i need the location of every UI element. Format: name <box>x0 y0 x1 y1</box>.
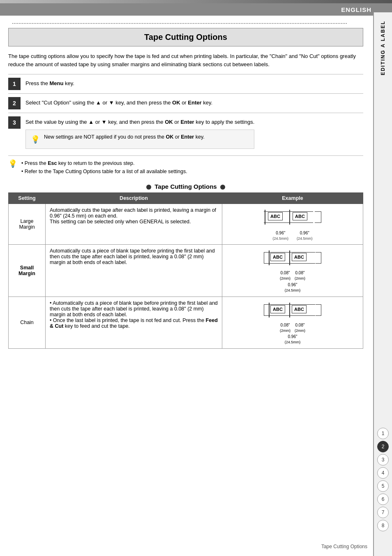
top-bar: ENGLISH <box>0 3 392 16</box>
step-1: 1 Press the Menu key. <box>8 74 363 93</box>
sidebar-num-4[interactable]: 4 <box>377 467 389 479</box>
desc-chain: • Automatically cuts a piece of blank ta… <box>46 297 222 348</box>
page-footer: Tape Cutting Options <box>321 544 367 549</box>
sidebar-num-2[interactable]: 2 <box>377 441 389 452</box>
tip-text: • Press the Esc key to return to the pre… <box>21 159 187 176</box>
tip-icon: 💡 <box>8 159 17 168</box>
main-content: Tape Cutting Options The tape cutting op… <box>0 23 371 357</box>
sidebar-num-3[interactable]: 3 <box>377 454 389 466</box>
page-title-box: Tape Cutting Options <box>8 28 363 46</box>
step-3-num: 3 <box>8 116 21 129</box>
th-description: Description <box>46 192 222 204</box>
diagram-small-margin: ABC ABC 0.08"(2mm) 0.08"(2mm) <box>226 248 359 293</box>
step-2-num: 2 <box>8 97 21 109</box>
dim-labels-large: 0.96"(24.5mm) 0.96"(24.5mm) <box>272 230 312 241</box>
sidebar-num-7[interactable]: 7 <box>377 507 389 518</box>
sidebar-num-6[interactable]: 6 <box>377 493 389 505</box>
setting-small-margin: SmallMargin <box>9 245 46 297</box>
sidebar-numbers: 1 2 3 4 5 6 7 8 <box>377 428 389 531</box>
th-example: Example <box>222 192 363 204</box>
step-2: 2 Select "Cut Option" using the ▲ or ▼ k… <box>8 93 363 113</box>
page-title: Tape Cutting Options <box>17 32 355 42</box>
desc-large-margin: Automatically cuts the tape after each l… <box>46 204 222 245</box>
sidebar-label: EDITING A LABEL <box>380 21 386 75</box>
step-1-text: Press the Menu key. <box>25 78 74 88</box>
step-2-text: Select "Cut Option" using the ▲ or ▼ key… <box>25 97 212 107</box>
setting-chain: Chain <box>9 297 46 348</box>
section-title: Tape Cutting Options <box>8 183 363 190</box>
example-large-margin: ABC ABC 0.96"(24.5mm) 0.96" <box>222 204 363 245</box>
sidebar-num-5[interactable]: 5 <box>377 480 389 492</box>
footer-text: Tape Cutting Options <box>321 544 367 549</box>
sidebar-num-1[interactable]: 1 <box>377 428 389 439</box>
intro-text: The tape cutting options allow you to sp… <box>8 52 363 68</box>
bullet-left <box>146 185 151 190</box>
tip-box: 💡 • Press the Esc key to return to the p… <box>8 155 363 179</box>
top-gradient <box>0 0 392 3</box>
step-1-num: 1 <box>8 78 21 90</box>
diagram-chain: ABC ABC 0.08"(2mm) 0.08"(2mm) <box>226 300 359 345</box>
language-label: ENGLISH <box>341 6 371 13</box>
note-box: 💡 New settings are NOT applied if you do… <box>25 130 254 149</box>
th-setting: Setting <box>9 192 46 204</box>
dot-separator <box>12 23 347 24</box>
diagram-large-margin: ABC ABC 0.96"(24.5mm) 0.96" <box>226 207 359 241</box>
table-row-small-margin: SmallMargin Automatically cuts a piece o… <box>9 245 363 297</box>
table-row-chain: Chain • Automatically cuts a piece of bl… <box>9 297 363 348</box>
note-text: New settings are NOT applied if you do n… <box>44 133 205 141</box>
note-icon: 💡 <box>31 134 40 145</box>
options-table: Setting Description Example LargeMargin … <box>8 192 363 349</box>
example-small-margin: ABC ABC 0.08"(2mm) 0.08"(2mm) <box>222 245 363 297</box>
step-3: 3 Set the value by using the ▲ or ▼ key,… <box>8 113 363 155</box>
step-3-text: Set the value by using the ▲ or ▼ key, a… <box>25 116 254 152</box>
sidebar-num-8[interactable]: 8 <box>377 520 389 531</box>
example-chain: ABC ABC 0.08"(2mm) 0.08"(2mm) <box>222 297 363 348</box>
bullet-right <box>220 185 225 190</box>
setting-large-margin: LargeMargin <box>9 204 46 245</box>
desc-small-margin: Automatically cuts a piece of blank tape… <box>46 245 222 297</box>
table-row-large-margin: LargeMargin Automatically cuts the tape … <box>9 204 363 245</box>
right-sidebar: EDITING A LABEL 1 2 3 4 5 6 7 8 <box>373 12 392 556</box>
section-title-text: Tape Cutting Options <box>154 183 217 190</box>
